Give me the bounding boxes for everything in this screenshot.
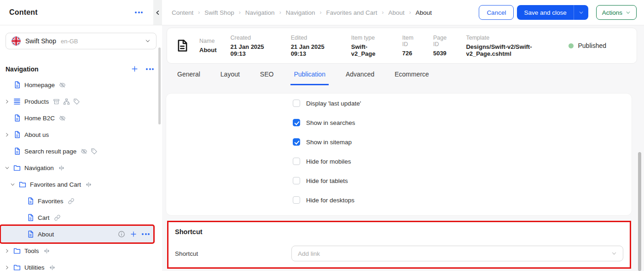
chevron-right-icon[interactable] [5, 132, 13, 137]
eye-off-icon [81, 148, 87, 155]
tree-item-about[interactable]: About [1, 226, 153, 242]
navigation-section-header: Navigation [6, 65, 157, 73]
chevron-right-icon[interactable] [5, 99, 13, 104]
info-field-created: Created21 Jan 2025 09:13 [231, 35, 277, 57]
shortcut-field-label: Shortcut [175, 250, 291, 257]
status-label: Published [578, 42, 607, 49]
breadcrumb-item-favorites-and-cart[interactable]: Favorites and Cart [326, 9, 377, 16]
checkbox-display-last-update[interactable] [293, 100, 300, 107]
tree-item-about-us[interactable]: About us [1, 126, 153, 143]
tree-item-navigation[interactable]: Navigation [1, 159, 153, 176]
tree-item-homepage[interactable]: Homepage [1, 77, 153, 93]
info-icon[interactable] [118, 230, 125, 238]
chevron-down-icon [626, 10, 631, 15]
info-field-value: Swift-v2_Page [351, 43, 389, 57]
breadcrumb-item-navigation[interactable]: Navigation [245, 9, 275, 16]
tab-general[interactable]: General [174, 71, 203, 85]
tree-item-utilities[interactable]: Utilities [1, 259, 153, 271]
tab-publication[interactable]: Publication [290, 71, 329, 85]
main-scrollbar[interactable] [638, 152, 641, 271]
tab-seo[interactable]: SEO [257, 71, 277, 85]
sidebar-scrollbar[interactable] [158, 47, 161, 124]
tree-item-label: Tools [24, 247, 39, 254]
sidebar-header: Content [0, 0, 162, 25]
site-name: Swift Shop [25, 37, 56, 45]
tag-icon [91, 148, 98, 155]
tree-item-cart[interactable]: Cart [1, 209, 153, 226]
tree-item-tools[interactable]: Tools [1, 242, 153, 259]
breadcrumb-item-content[interactable]: Content [172, 9, 193, 16]
tab-ecommerce[interactable]: Ecommerce [391, 71, 432, 85]
breadcrumb-item-about[interactable]: About [388, 9, 404, 16]
tree-item-badges [81, 148, 98, 155]
info-field-value: 726 [402, 50, 419, 57]
chevron-right-icon[interactable] [5, 265, 13, 270]
checkbox-row-show-in-searches: Show in searches [166, 113, 632, 132]
info-field-name: NameAbout [199, 38, 217, 53]
tree-item-products[interactable]: Products [1, 93, 153, 110]
tree-item-label: Utilities [24, 264, 45, 271]
checkbox-show-in-sitemap[interactable] [293, 138, 300, 146]
actions-button[interactable]: Actions [596, 5, 637, 20]
shortcut-section-title: Shortcut [175, 228, 623, 236]
checkbox-hide-for-desktops[interactable] [293, 196, 300, 204]
save-and-close-label[interactable]: Save and close [517, 5, 573, 20]
navigation-more-icon[interactable] [146, 68, 154, 70]
checkbox-label: Hide for desktops [306, 197, 354, 204]
tree-item-badges [58, 165, 65, 171]
chevron-right-icon[interactable] [5, 248, 13, 253]
checkbox-hide-for-mobiles[interactable] [293, 158, 300, 165]
tab-advanced[interactable]: Advanced [342, 71, 377, 85]
sidebar-collapse-button[interactable] [153, 0, 162, 25]
tree-item-badges [85, 181, 92, 188]
cms-app: Content Swift Shop en-GB Navigation Home… [0, 0, 644, 271]
breadcrumb-separator: › [198, 9, 200, 16]
more-icon[interactable] [142, 233, 150, 235]
tree-item-favorites-and-cart[interactable]: Favorites and Cart [1, 176, 153, 193]
tree-item-badges [53, 98, 80, 105]
link-icon [68, 198, 75, 205]
breadcrumb-item-navigation[interactable]: Navigation [286, 9, 315, 16]
info-fields: NameAboutCreated21 Jan 2025 09:13Edited2… [199, 35, 569, 57]
tab-layout[interactable]: Layout [217, 71, 243, 85]
tree-item-label: Home B2C [24, 115, 55, 122]
tag-icon [73, 98, 80, 105]
site-selector[interactable]: Swift Shop en-GB [6, 33, 157, 49]
publication-panel: Display 'last update'Show in searchesSho… [166, 93, 632, 216]
page-icon [13, 114, 21, 122]
sidebar-more-icon[interactable] [135, 12, 143, 13]
breadcrumb-item-swift-shop[interactable]: Swift Shop [204, 9, 234, 16]
tree-item-badges [68, 198, 75, 205]
tree-item-search-result-page[interactable]: Search result page [1, 143, 153, 159]
tree-item-label: Search result page [24, 148, 76, 155]
breadcrumb-separator: › [382, 9, 383, 16]
plus-icon[interactable] [130, 230, 137, 238]
info-field-page-id: Page ID5039 [433, 35, 453, 57]
shortcut-section: Shortcut Shortcut Add link [167, 221, 631, 269]
swap-icon [58, 165, 65, 171]
chevron-down-icon[interactable] [10, 182, 18, 187]
checkbox-show-in-searches[interactable] [293, 119, 300, 126]
info-field-value: Designs/Swift-v2/Swift-v2_Page.cshtml [466, 43, 568, 57]
save-and-close-button[interactable]: Save and close [517, 5, 588, 20]
cancel-button[interactable]: Cancel [479, 5, 514, 20]
link-icon [54, 214, 61, 221]
save-dropdown-toggle[interactable] [574, 5, 588, 20]
info-field-value: 21 Jan 2025 09:13 [231, 43, 277, 57]
chevron-down-icon[interactable] [5, 165, 13, 171]
breadcrumb-separator: › [319, 9, 321, 16]
tree-item-label: Products [24, 98, 49, 105]
main-topbar: Content›Swift Shop›Navigation›Navigation… [162, 0, 644, 25]
sitemap-icon [63, 98, 70, 105]
tree-item-badges [59, 115, 66, 122]
add-page-icon[interactable] [131, 65, 139, 73]
tree-item-label: Navigation [24, 165, 54, 171]
checkbox-hide-for-tablets[interactable] [293, 177, 300, 184]
main-area: Content›Swift Shop›Navigation›Navigation… [162, 0, 644, 271]
info-field-label: Item type [351, 35, 389, 41]
tree-item-favorites[interactable]: Favorites [1, 193, 153, 209]
tree-item-home-b2c[interactable]: Home B2C [1, 110, 153, 126]
navigation-section-title: Navigation [6, 65, 39, 73]
shortcut-link-select[interactable]: Add link [291, 246, 623, 261]
page-icon [13, 147, 21, 155]
